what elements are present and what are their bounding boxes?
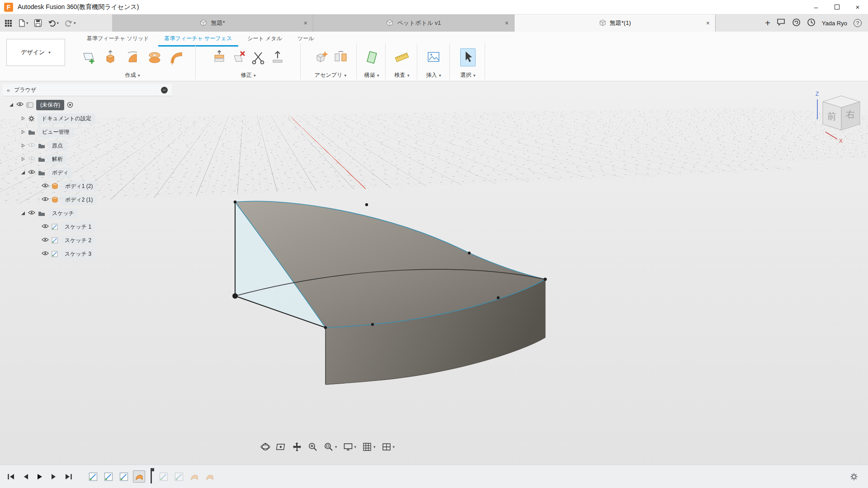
user-name[interactable]: Yada Ryo: [822, 20, 847, 27]
workspace-dropdown[interactable]: デザイン ▾: [6, 39, 65, 66]
tab-close-icon[interactable]: ×: [505, 19, 509, 27]
collapsed-arrow-icon[interactable]: [21, 157, 25, 161]
redo-icon[interactable]: ▾: [62, 17, 78, 29]
visibility-eye-icon[interactable]: [42, 183, 49, 189]
undo-caret[interactable]: ▾: [57, 21, 59, 25]
ribbon-tab-sheetmetal[interactable]: シート メタル: [241, 32, 288, 47]
zoom-window-icon[interactable]: ▾: [324, 442, 337, 452]
browser-row-view-management[interactable]: ビュー管理: [3, 125, 172, 139]
document-name[interactable]: (未保存): [36, 100, 64, 110]
select-tool-icon[interactable]: [460, 48, 476, 66]
create-sketch-icon[interactable]: [79, 48, 97, 66]
tree-item-label[interactable]: ドキュメントの設定: [38, 113, 95, 124]
insert-canvas-icon[interactable]: [426, 48, 441, 66]
visibility-eye-off-icon[interactable]: [28, 156, 35, 162]
visibility-eye-icon[interactable]: [42, 237, 49, 244]
tree-item-label[interactable]: スケッチ 1: [61, 222, 95, 232]
browser-collapse-icon[interactable]: «: [7, 87, 10, 94]
redo-caret[interactable]: ▾: [74, 21, 76, 25]
undo-icon[interactable]: ▾: [46, 17, 61, 29]
delete-face-icon[interactable]: [231, 48, 246, 66]
timeline-sketch1-icon[interactable]: [87, 470, 99, 483]
activate-radio-icon[interactable]: [67, 102, 73, 108]
tab-close-icon[interactable]: ×: [706, 19, 710, 27]
tree-item-label[interactable]: スケッチ 3: [61, 249, 95, 259]
group-select-label[interactable]: 選択 ▾: [452, 71, 484, 79]
go-to-end-icon[interactable]: [65, 473, 72, 480]
expand-arrow-icon[interactable]: [21, 211, 25, 216]
viewcube[interactable]: Z 前 右 X: [807, 89, 868, 149]
job-status-icon[interactable]: [792, 18, 801, 28]
browser-row-sketch3[interactable]: スケッチ 3: [3, 247, 172, 261]
timeline-suppressed-surface-icon[interactable]: [188, 470, 200, 483]
browser-row-sketch2[interactable]: スケッチ 2: [3, 234, 172, 247]
collapsed-arrow-icon[interactable]: [21, 130, 25, 134]
tab-document-3-active[interactable]: 無題*(1) ×: [514, 14, 716, 32]
browser-row-bodies[interactable]: ボディ: [3, 166, 172, 179]
visibility-eye-icon[interactable]: [42, 251, 49, 257]
close-button[interactable]: ×: [847, 0, 868, 14]
group-modify-label[interactable]: 修正 ▾: [198, 71, 298, 79]
timeline-suppressed-sketch-icon[interactable]: [157, 470, 170, 483]
tab-close-icon[interactable]: ×: [304, 19, 307, 27]
group-create-label[interactable]: 作成 ▾: [75, 71, 190, 79]
viewports-icon[interactable]: ▾: [382, 442, 395, 452]
group-inspect-label[interactable]: 検査 ▾: [388, 71, 416, 79]
extrude-icon[interactable]: [101, 48, 119, 66]
zoom-icon[interactable]: [308, 442, 318, 452]
notification-clock-icon[interactable]: [807, 18, 816, 28]
save-icon[interactable]: [32, 17, 44, 29]
tree-item-label[interactable]: 原点: [48, 141, 67, 151]
help-icon[interactable]: ?: [854, 19, 862, 27]
timeline-surface-feature-icon[interactable]: [133, 470, 145, 483]
group-assembly-label[interactable]: アセンブリ ▾: [304, 71, 357, 79]
timeline-suppressed-sketch-icon[interactable]: [173, 470, 185, 483]
step-back-icon[interactable]: [23, 473, 29, 480]
extend-icon[interactable]: [270, 48, 285, 66]
timeline-sketch3-icon[interactable]: [118, 470, 130, 483]
step-forward-icon[interactable]: [51, 473, 57, 480]
new-component-icon[interactable]: [313, 48, 329, 66]
look-at-icon[interactable]: [276, 442, 286, 452]
tree-item-label[interactable]: スケッチ 2: [61, 235, 95, 246]
maximize-button[interactable]: [826, 0, 847, 14]
orbit-icon[interactable]: [260, 442, 270, 452]
measure-icon[interactable]: [394, 48, 410, 66]
visibility-eye-icon[interactable]: [42, 224, 49, 230]
tree-item-label[interactable]: 解析: [48, 154, 67, 164]
browser-row-sketch1[interactable]: スケッチ 1: [3, 220, 172, 234]
browser-row-body2[interactable]: ボディ2 (1): [3, 193, 172, 206]
minimize-button[interactable]: –: [806, 0, 826, 14]
tab-document-1[interactable]: 無題* ×: [112, 14, 313, 32]
browser-row-sketches[interactable]: スケッチ: [3, 206, 172, 220]
expand-arrow-icon[interactable]: [9, 103, 14, 107]
file-menu-icon[interactable]: ▾: [16, 17, 30, 29]
visibility-eye-icon[interactable]: [28, 169, 35, 176]
play-icon[interactable]: [37, 473, 43, 480]
ribbon-tab-surface[interactable]: 基準フィーチャ サーフェス: [158, 32, 239, 47]
visibility-eye-icon[interactable]: [16, 102, 24, 108]
tree-item-label[interactable]: ボディ: [48, 168, 73, 178]
loft-icon[interactable]: [146, 48, 164, 66]
browser-row-body1[interactable]: ボディ1 (2): [3, 179, 172, 193]
visibility-eye-off-icon[interactable]: [28, 142, 35, 149]
expand-arrow-icon[interactable]: [21, 170, 25, 175]
browser-row-document-settings[interactable]: ドキュメントの設定: [3, 112, 172, 125]
joint-icon[interactable]: [333, 48, 348, 66]
trim-icon[interactable]: [250, 48, 266, 66]
collapsed-arrow-icon[interactable]: [21, 116, 25, 121]
app-grid-icon[interactable]: [3, 17, 14, 29]
display-settings-icon[interactable]: ▾: [343, 442, 357, 452]
visibility-eye-icon[interactable]: [42, 197, 49, 203]
sweep-icon[interactable]: [168, 48, 186, 66]
pan-icon[interactable]: [292, 442, 302, 452]
ribbon-tab-solid[interactable]: 基準フィーチャ ソリッド: [80, 32, 156, 47]
tree-item-label[interactable]: ボディ2 (1): [61, 195, 97, 205]
new-tab-button[interactable]: +: [765, 18, 770, 28]
group-insert-label[interactable]: 挿入 ▾: [420, 71, 448, 79]
construction-plane-icon[interactable]: [364, 48, 379, 66]
browser-row-analysis[interactable]: 解析: [3, 152, 172, 166]
timeline-sketch2-icon[interactable]: [102, 470, 114, 483]
group-construct-label[interactable]: 構築 ▾: [359, 71, 384, 79]
tree-item-label[interactable]: ボディ1 (2): [61, 181, 97, 192]
